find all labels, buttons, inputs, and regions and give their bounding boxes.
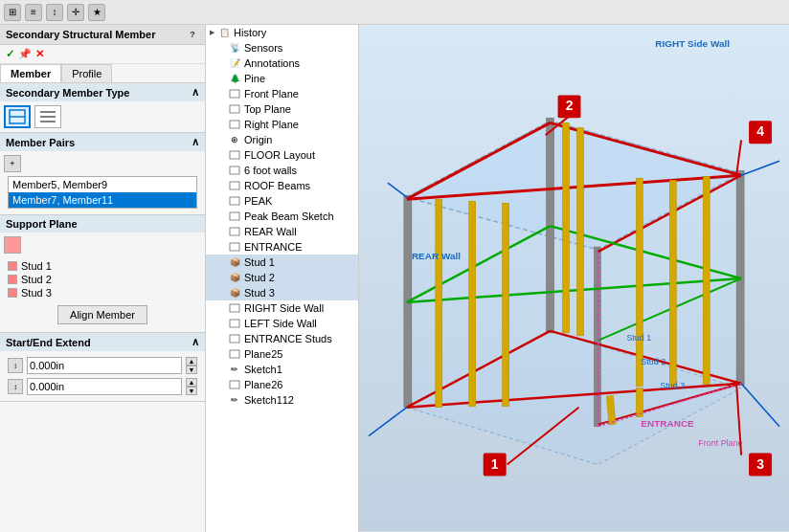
align-member-button[interactable]: Align Member	[57, 305, 147, 324]
support-plane-content: Stud 1 Stud 2 Stud 3 Align Member	[0, 233, 205, 332]
tree-icon-6foot	[228, 164, 241, 177]
tree-6foot-walls[interactable]: 6 foot walls	[206, 163, 358, 178]
tree-history[interactable]: ▶ 📋 History	[206, 25, 358, 40]
tree-peak[interactable]: PEAK	[206, 193, 358, 209]
svg-rect-16	[230, 320, 239, 327]
member-pairs-list: Member5, Member9 Member7, Member11	[8, 176, 197, 209]
section-support-plane: Support Plane Stud 1 Stud 2	[0, 215, 205, 333]
tree-sketch112[interactable]: ✏ Sketch112	[206, 392, 358, 408]
tree-icon-peak	[228, 194, 241, 208]
plane-color-2	[8, 275, 17, 284]
tree-label-origin: Origin	[244, 134, 272, 145]
tree-icon-front-plane	[228, 87, 241, 100]
support-plane-icon[interactable]	[4, 236, 21, 254]
tree-front-plane[interactable]: Front Plane	[206, 86, 358, 101]
member-type-header[interactable]: Secondary Member Type ∧	[0, 83, 205, 101]
tree-label-plane26: Plane26	[244, 379, 282, 390]
plane-color-1	[8, 261, 17, 271]
plane-label-1: Stud 1	[21, 260, 52, 272]
tree-label-plane25: Plane25	[244, 348, 282, 360]
accept-button[interactable]: ✓	[6, 48, 14, 60]
member-type-icon-2[interactable]	[34, 105, 61, 128]
tree-entrance-studs[interactable]: ENTRANCE Studs	[206, 331, 358, 346]
svg-rect-28	[594, 247, 600, 427]
tab-member[interactable]: Member	[0, 64, 61, 82]
tree-stud3[interactable]: 📦 Stud 3	[206, 285, 358, 300]
cancel-button[interactable]: ✕	[35, 48, 44, 60]
tree-icon-roof-beams	[228, 179, 241, 192]
tree-icon-stud3: 📦	[228, 286, 241, 299]
tree-entrance[interactable]: ENTRANCE	[206, 239, 358, 255]
spin-down-2[interactable]: ▼	[186, 387, 197, 395]
tree-annotations[interactable]: 📝 Annotations	[206, 55, 358, 71]
tree-icon-history: 📋	[217, 26, 231, 39]
help-icon[interactable]: ?	[186, 28, 199, 41]
svg-rect-46	[703, 176, 710, 385]
tree-label-front-plane: Front Plane	[244, 88, 299, 100]
tree-stud1[interactable]: 📦 Stud 1	[206, 255, 358, 270]
svg-rect-47	[563, 122, 570, 333]
plane-label-3: Stud 3	[21, 287, 52, 299]
tree-floor-layout[interactable]: FLOOR Layout	[206, 147, 358, 163]
tree-plane25[interactable]: Plane25	[206, 346, 358, 362]
extend-spin-2: ▲ ▼	[186, 378, 197, 395]
tree-label-stud3: Stud 3	[244, 287, 275, 299]
start-end-label: Start/End Extend	[6, 337, 91, 348]
tree-label-stud2: Stud 2	[244, 272, 275, 283]
member-pair-2[interactable]: Member7, Member11	[9, 192, 196, 208]
start-end-header[interactable]: Start/End Extend ∧	[0, 333, 205, 351]
tree-stud2[interactable]: 📦 Stud 2	[206, 270, 358, 285]
member-pairs-header[interactable]: Member Pairs ∧	[0, 133, 205, 151]
svg-rect-9	[230, 166, 239, 174]
svg-text:4: 4	[756, 123, 764, 139]
tree-label-floor-layout: FLOOR Layout	[244, 149, 315, 161]
extend-icon-2: ↕	[8, 379, 23, 394]
tree-pine[interactable]: 🌲 Pine	[206, 71, 358, 86]
tree-label-stud1: Stud 1	[244, 256, 275, 268]
start-extend-input[interactable]: 0.000in	[27, 357, 182, 374]
svg-rect-44	[636, 178, 642, 387]
svg-rect-48	[576, 127, 583, 336]
viewport[interactable]: RIGHT Side Wall REAR Wall Stud 1 Stud 2 …	[359, 25, 789, 532]
tree-top-plane[interactable]: Top Plane	[206, 101, 358, 117]
tree-peak-beam-sketch[interactable]: Peak Beam Sketch	[206, 209, 358, 224]
tab-profile[interactable]: Profile	[61, 64, 112, 82]
plane-color-3	[8, 288, 17, 298]
member-type-icon-1[interactable]	[4, 105, 31, 128]
end-extend-input[interactable]: 0.000in	[27, 378, 182, 395]
toolbar-icon-4[interactable]: ✛	[67, 4, 84, 21]
tree-label-entrance: ENTRANCE	[244, 241, 303, 253]
add-pair-icon[interactable]: +	[4, 155, 21, 172]
tree-panel: ▶ 📋 History 📡 Sensors 📝 Annotations 🌲 Pi…	[206, 25, 359, 532]
toolbar-icon-1[interactable]: ⊞	[4, 4, 21, 21]
tree-plane26[interactable]: Plane26	[206, 377, 358, 392]
support-plane-header[interactable]: Support Plane	[0, 215, 205, 233]
pin-button[interactable]: 📌	[18, 48, 32, 60]
toolbar-icon-2[interactable]: ≡	[25, 4, 42, 21]
spin-up-1[interactable]: ▲	[186, 357, 197, 366]
spin-down-1[interactable]: ▼	[186, 366, 197, 374]
svg-text:Stud 1: Stud 1	[626, 333, 651, 343]
svg-rect-17	[230, 335, 239, 343]
spin-up-2[interactable]: ▲	[186, 378, 197, 387]
tree-roof-beams[interactable]: ROOF Beams	[206, 178, 358, 193]
tree-origin[interactable]: ⊕ Origin	[206, 132, 358, 147]
tree-label-peak-beam-sketch: Peak Beam Sketch	[244, 211, 334, 222]
svg-rect-18	[230, 350, 239, 358]
toolbar-icon-5[interactable]: ★	[88, 4, 105, 21]
tree-right-plane[interactable]: Right Plane	[206, 117, 358, 132]
support-plane-item-1: Stud 1	[8, 259, 197, 273]
section-start-end: Start/End Extend ∧ ↕ 0.000in ▲ ▼ ↕ 0.000…	[0, 333, 205, 402]
tree-right-side-wall[interactable]: RIGHT Side Wall	[206, 300, 358, 316]
tree-icon-entrance-studs	[228, 332, 241, 345]
tree-sketch1[interactable]: ✏ Sketch1	[206, 362, 358, 377]
tree-left-side-wall[interactable]: LEFT Side Wall	[206, 316, 358, 331]
toolbar-icon-3[interactable]: ↕	[46, 4, 63, 21]
svg-text:Stud 3: Stud 3	[660, 381, 685, 390]
tree-rear-wall[interactable]: REAR Wall	[206, 224, 358, 239]
svg-rect-8	[230, 151, 239, 159]
svg-rect-14	[230, 243, 239, 251]
member-pairs-label: Member Pairs	[6, 137, 75, 148]
member-pair-1[interactable]: Member5, Member9	[9, 177, 196, 192]
tree-sensors[interactable]: 📡 Sensors	[206, 40, 358, 55]
